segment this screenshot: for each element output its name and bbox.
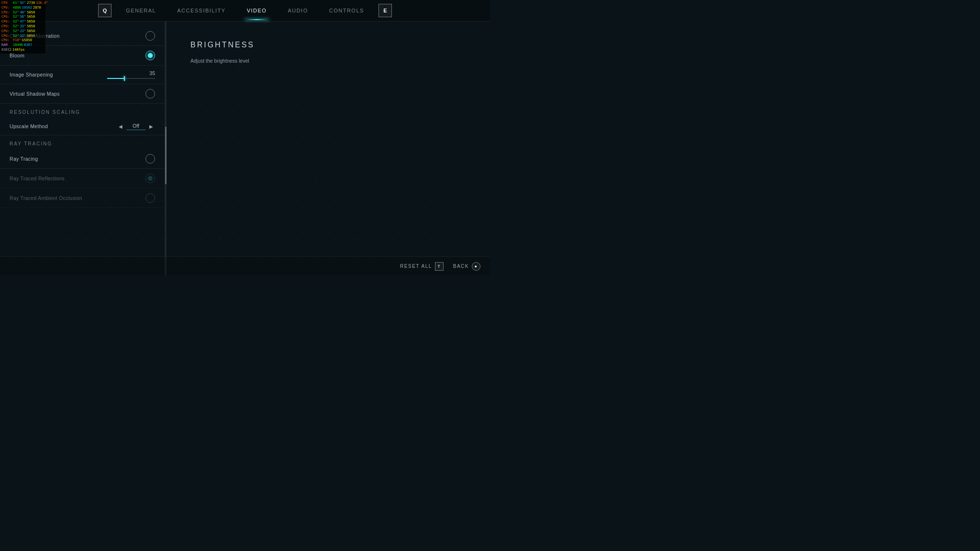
slider-value-image-sharpening: 35 — [149, 70, 155, 76]
setting-row-virtual-shadow-maps[interactable]: Virtual Shadow Maps — [0, 84, 165, 104]
setting-label-ray-traced-ambient-occlusion: Ray Traced Ambient Occlusion — [10, 195, 82, 201]
arrow-selector-upscale-method: ◀ Off ▶ — [117, 122, 155, 130]
section-header-resolution-scaling: RESOLUTION SCALING — [0, 104, 165, 118]
scrollbar-thumb[interactable] — [165, 127, 167, 184]
tab-controls[interactable]: CONTROLS — [319, 1, 375, 20]
setting-row-ray-tracing[interactable]: Ray Tracing — [0, 149, 165, 169]
tab-general[interactable]: GENERAL — [115, 1, 167, 20]
nav-bar: Q GENERAL ACCESSIBILITY VIDEO AUDIO CONT… — [0, 0, 490, 22]
slider-container-image-sharpening: 35 — [98, 70, 155, 79]
slider-track-image-sharpening[interactable] — [107, 78, 155, 79]
setting-label-bloom: Bloom — [10, 53, 24, 58]
settings-panel: Chromatic Aberration Bloom Image Sharpen… — [0, 22, 165, 276]
reset-all-button[interactable]: RESET ALL T — [400, 262, 444, 271]
reset-all-key: T — [435, 262, 444, 271]
tab-accessibility[interactable]: ACCESSIBILITY — [167, 1, 236, 20]
setting-label-virtual-shadow-maps: Virtual Shadow Maps — [10, 91, 60, 97]
toggle-virtual-shadow-maps[interactable] — [145, 89, 155, 99]
info-panel: BRIGHTNESS Adjust the brightness level — [167, 22, 490, 276]
content-area: Chromatic Aberration Bloom Image Sharpen… — [0, 22, 490, 276]
nav-key-e[interactable]: E — [379, 4, 392, 17]
info-panel-description: Adjust the brightness level — [190, 57, 466, 65]
toggle-ray-traced-reflections[interactable] — [145, 174, 155, 183]
setting-row-image-sharpening[interactable]: Image Sharpening 35 — [0, 66, 165, 84]
setting-row-upscale-method[interactable]: Upscale Method ◀ Off ▶ — [0, 118, 165, 135]
back-button[interactable]: BACK ● — [453, 262, 480, 271]
toggle-ray-tracing[interactable] — [145, 154, 155, 164]
info-panel-title: BRIGHTNESS — [190, 41, 466, 49]
slider-fill-image-sharpening — [107, 78, 124, 79]
hud-overlay: CPU61° 92° 2730 326.4° CPU:4886 10502 28… — [0, 0, 45, 54]
selector-value-upscale-method: Off — [126, 123, 145, 130]
toggle-ray-traced-ambient-occlusion[interactable] — [145, 193, 155, 203]
tab-audio[interactable]: AUDIO — [277, 1, 318, 20]
setting-label-ray-tracing: Ray Tracing — [10, 156, 38, 162]
toggle-bloom[interactable] — [145, 51, 155, 60]
setting-label-image-sharpening: Image Sharpening — [10, 72, 53, 77]
setting-label-ray-traced-reflections: Ray Traced Reflections — [10, 176, 65, 181]
back-label: BACK — [453, 264, 469, 269]
setting-label-upscale-method: Upscale Method — [10, 123, 48, 129]
back-key: ● — [472, 262, 480, 271]
arrow-right-upscale-method[interactable]: ▶ — [147, 122, 155, 130]
toggle-chromatic-aberration[interactable] — [145, 31, 155, 41]
setting-row-ray-traced-ambient-occlusion[interactable]: Ray Traced Ambient Occlusion — [0, 188, 165, 208]
nav-key-q[interactable]: Q — [98, 4, 111, 17]
reset-all-label: RESET ALL — [400, 264, 432, 269]
section-header-ray-tracing: RAY TRACING — [0, 135, 165, 149]
arrow-left-upscale-method[interactable]: ◀ — [117, 122, 124, 130]
setting-row-ray-traced-reflections[interactable]: Ray Traced Reflections — [0, 169, 165, 188]
bottom-bar: RESET ALL T BACK ● — [0, 256, 490, 276]
slider-handle-image-sharpening — [124, 76, 125, 81]
scrollbar-track[interactable] — [165, 22, 167, 276]
tab-video[interactable]: VIDEO — [236, 1, 278, 20]
